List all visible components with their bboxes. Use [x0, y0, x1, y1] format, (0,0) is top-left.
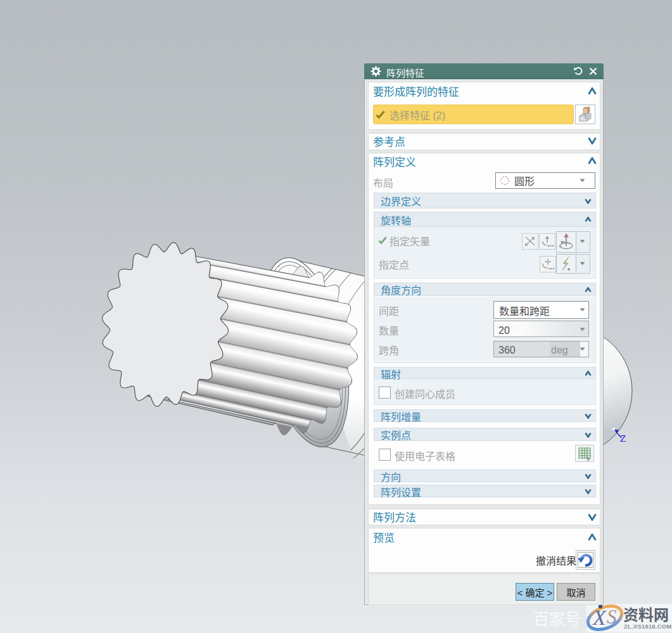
- svg-text:S: S: [607, 606, 617, 628]
- svg-text:Z: Z: [620, 433, 626, 444]
- svg-text:ZL.XS1616.COM: ZL.XS1616.COM: [624, 623, 671, 630]
- svg-text:资料网: 资料网: [623, 603, 669, 625]
- svg-text:X: X: [592, 606, 607, 629]
